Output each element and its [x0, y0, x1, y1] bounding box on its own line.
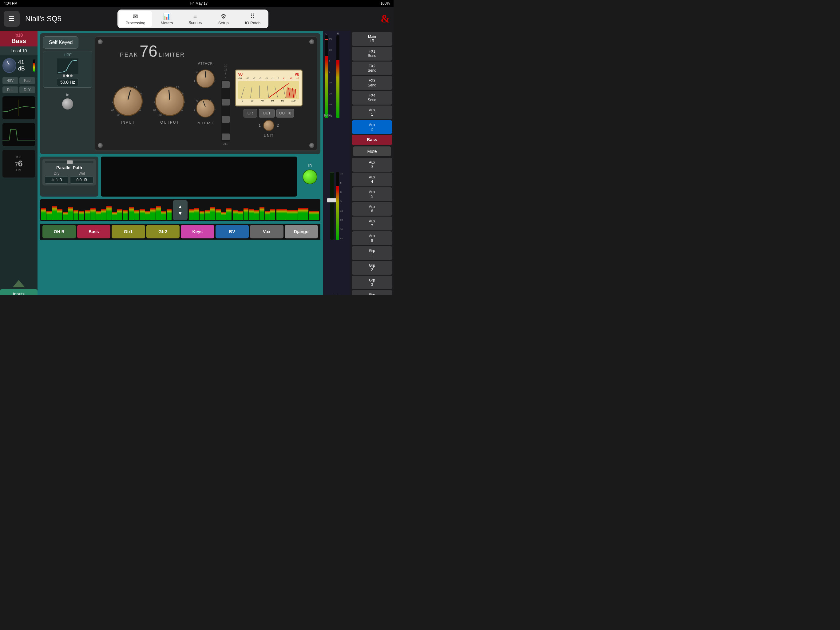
hpf-frequency[interactable]: 50.0 Hz [57, 78, 78, 86]
inputs-button[interactable]: Inputs [0, 289, 38, 295]
hpf-dot-2[interactable] [66, 74, 69, 77]
aux3-button[interactable]: Aux3 [352, 158, 392, 172]
channel-strip-button[interactable]: Gtr1 [112, 225, 145, 238]
aux7-button[interactable]: Aux7 [352, 217, 392, 230]
parallel-slider[interactable] [45, 161, 93, 163]
dry-label: Dry [45, 171, 68, 176]
hpf-dots [63, 74, 73, 77]
screw-tl [98, 40, 103, 44]
btn-pad[interactable]: Pad [19, 77, 35, 84]
meter-bar [79, 211, 84, 220]
aux2-button[interactable]: Aux2 [352, 120, 392, 134]
grp3-button[interactable]: Grp3 [352, 275, 392, 290]
btn-dly[interactable]: DLY [19, 86, 35, 93]
svg-text:1: 1 [194, 109, 195, 112]
eq-curve-svg [2, 96, 35, 119]
fx3-send-button[interactable]: FX3Send [352, 76, 392, 90]
vu-right-label: VU [295, 73, 299, 76]
slider-btn-2[interactable] [222, 99, 230, 106]
channel-strip-button[interactable]: BV [216, 225, 249, 238]
eq-thumbnail[interactable] [2, 96, 35, 119]
meter-bar [101, 209, 106, 220]
parallel-vals-row: Dry -Inf dB Wet 0.0 dB [45, 171, 93, 184]
gain-knob[interactable] [2, 58, 16, 73]
meters-icon: 📊 [163, 13, 171, 20]
gr-button[interactable]: GR [243, 109, 257, 117]
aux6-button[interactable]: Aux6 [352, 202, 392, 216]
fader-track[interactable] [330, 172, 334, 240]
attack-knob-group: ATTACK 1 3 5 7 [193, 62, 218, 91]
input-knob[interactable] [113, 86, 143, 116]
grp4-button[interactable]: Grp4 [352, 290, 392, 295]
fx4-send-button[interactable]: FX4Send [352, 91, 392, 104]
channel-strip-button[interactable]: Vox [250, 225, 284, 238]
comp-thumbnail[interactable]: PK 76 LIM [2, 150, 35, 177]
slider-btn-4[interactable] [222, 133, 230, 140]
in-button[interactable] [303, 169, 317, 184]
aux5-button[interactable]: Aux5 [352, 187, 392, 201]
wet-value[interactable]: 0.0 dB [70, 176, 93, 184]
meter-bar [129, 207, 134, 220]
slider-btn-3[interactable] [222, 116, 230, 123]
channel-strip-button[interactable]: OH R [43, 225, 76, 238]
tab-scenes[interactable]: ≡ Scenes [182, 11, 209, 27]
out8-button[interactable]: OUT+8 [276, 109, 294, 117]
meter-bar [243, 208, 248, 220]
channel-strip-button[interactable]: Gtr2 [146, 225, 180, 238]
meter-bar [52, 206, 57, 220]
bottom-section: Parallel Path Dry -Inf dB Wet 0.0 dB [40, 157, 321, 196]
channel-strip-button[interactable]: Bass [77, 225, 111, 238]
gain-section: 41 dB [0, 55, 38, 76]
hpf-label: HPF [64, 52, 72, 57]
meter-row: ▲▼ [40, 199, 321, 221]
meter-bar [259, 207, 264, 220]
meter-bar [46, 211, 51, 220]
fx2-send-button[interactable]: FX2Send [352, 62, 392, 75]
channel-buttons: 48V Pad [0, 76, 38, 85]
grp1-button[interactable]: Grp1 [352, 246, 392, 260]
tab-processing[interactable]: ✉ Processing [119, 11, 152, 27]
hpf-dot-1[interactable] [63, 74, 65, 77]
meter-bar [123, 210, 128, 220]
channel-header: lp10 Bass [0, 31, 38, 46]
btn-48v[interactable]: 48V [2, 77, 18, 84]
out-button[interactable]: OUT [259, 109, 275, 117]
menu-button[interactable]: ☰ [4, 11, 20, 27]
grp2-button[interactable]: Grp2 [352, 261, 392, 275]
meter-bar [226, 208, 231, 220]
hpf-in-ball[interactable] [62, 98, 73, 109]
unit-2: 2 [277, 123, 279, 128]
hpf-dot-3[interactable] [70, 74, 73, 77]
self-keyed-button[interactable]: Self Keyed [43, 36, 78, 49]
wet-col: Wet 0.0 dB [70, 171, 93, 184]
meter-bar [238, 211, 243, 220]
meter-bar [276, 209, 287, 220]
main-lr-button[interactable]: MainLR [352, 32, 392, 46]
attack-knob-ring: 1 3 5 7 [193, 66, 218, 91]
btn-pol[interactable]: Pol- [2, 86, 18, 93]
attack-knob[interactable] [196, 70, 215, 88]
aux1-button[interactable]: Aux1 [352, 106, 392, 119]
slider-btn-1[interactable] [222, 81, 230, 88]
tab-meters[interactable]: 📊 Meters [153, 11, 180, 27]
gate-thumbnail[interactable] [2, 123, 35, 146]
aux8-button[interactable]: Aux8 [352, 231, 392, 245]
tab-setup[interactable]: ⚙ Setup [210, 11, 237, 27]
fx1-send-button[interactable]: FX1Send [352, 47, 392, 60]
l-meter-fill [325, 56, 328, 118]
dry-value[interactable]: -Inf dB [45, 176, 68, 184]
unit-knob[interactable] [263, 120, 274, 131]
channel-strip-button[interactable]: Keys [181, 225, 214, 238]
parallel-thumb[interactable] [67, 160, 73, 164]
up-arrow-icon[interactable] [13, 280, 25, 287]
vu-section: VU VU -20-10-7-5-3-10+1+2+3 [235, 70, 303, 138]
output-knob[interactable] [155, 86, 185, 116]
channel-strip-button[interactable]: Django [285, 225, 318, 238]
bass-label-btn[interactable]: Bass [352, 135, 392, 145]
aux4-button[interactable]: Aux4 [352, 173, 392, 187]
tab-iopatch[interactable]: ⠿ IO Patch [238, 11, 267, 27]
mute-button[interactable]: Mute [353, 146, 391, 156]
release-knob[interactable] [196, 99, 215, 117]
meters-label: Meters [161, 21, 173, 25]
meter-scroll-button[interactable]: ▲▼ [173, 200, 188, 220]
